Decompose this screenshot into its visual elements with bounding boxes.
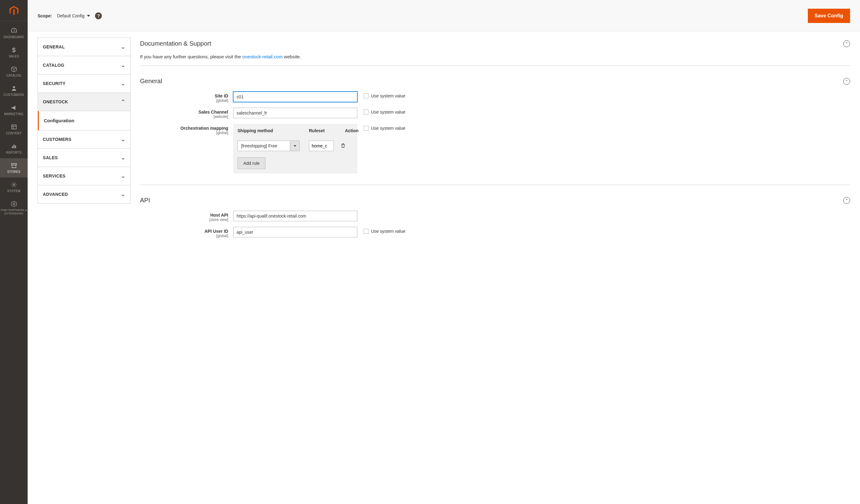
nav-dashboard[interactable]: DASHBOARD [0,24,28,43]
save-config-button[interactable]: Save Config [808,9,850,23]
nav-label: DASHBOARD [1,35,27,39]
select-dropdown-button[interactable] [290,141,299,151]
nav-label: CUSTOMERS [1,93,27,97]
tab-catalog[interactable]: CATALOG ⌄ [38,56,130,74]
section-title: API [140,197,150,204]
checkbox-label[interactable]: Use system value [371,229,405,234]
svg-rect-5 [13,145,14,148]
nav-customers[interactable]: CUSTOMERS [0,81,28,101]
nav-partners[interactable]: FIND PARTNERS & EXTENSIONS [0,197,28,219]
field-scope: [website] [140,115,228,119]
config-tabs: GENERAL ⌄ CATALOG ⌄ SECURITY ⌄ ONESTOCK … [38,38,131,204]
orchestration-row: [freeshipping] Free [238,141,353,151]
nav-marketing[interactable]: MARKETING [0,101,28,120]
field-scope: [store view] [140,218,228,222]
collapse-toggle-icon[interactable]: ⌃ [843,40,850,47]
chevron-down-icon: ⌄ [121,191,126,198]
chevron-down-icon: ⌄ [121,62,126,69]
field-label: Host API [140,213,228,218]
scope-value: Default Config [57,13,85,18]
section-heading-general[interactable]: General ⌃ [140,75,850,87]
use-system-value-checkbox[interactable] [363,110,369,115]
tab-label: CATALOG [43,63,64,68]
field-label: Site ID [140,93,228,98]
tab-customers[interactable]: CUSTOMERS ⌄ [38,130,130,149]
field-label: Sales Channel [140,110,228,115]
nav-stores[interactable]: STORES [0,158,28,177]
section-heading-doc-support[interactable]: Documentation & Support ⌃ [140,38,850,50]
chevron-down-icon: ⌄ [121,154,126,161]
caret-down-icon [87,15,90,17]
svg-rect-6 [15,146,16,148]
page-header: Scope: Default Config ? Save Config [28,0,860,31]
nav-label: CONTENT [1,132,27,135]
col-header: Ruleset [309,128,340,133]
nav-system[interactable]: SYSTEM [0,177,28,197]
chevron-up-icon: ⌃ [121,98,126,105]
chevron-down-icon: ⌄ [121,136,126,143]
field-scope: [global] [140,131,228,135]
tab-services[interactable]: SERVICES ⌄ [38,167,130,185]
nav-content[interactable]: CONTENT [0,120,28,139]
add-rule-button[interactable]: Add rule [238,157,266,169]
nav-label: CATALOG [1,74,27,77]
host-api-input[interactable] [233,211,357,221]
tab-onestock-configuration[interactable]: Configuration [38,111,130,130]
onestock-link[interactable]: onestock-retail.com [242,54,283,59]
magento-logo[interactable] [0,0,28,21]
nav-catalog[interactable]: CATALOG [0,62,28,81]
delete-row-button[interactable] [341,143,346,149]
section-title: Documentation & Support [140,40,211,47]
ruleset-input[interactable] [309,141,334,151]
field-scope: [global] [140,234,228,238]
select-value: [freeshipping] Free [238,141,290,151]
site-id-input[interactable] [233,91,357,102]
tab-advanced[interactable]: ADVANCED ⌄ [38,185,130,203]
section-title: General [140,77,162,85]
nav-label: FIND PARTNERS & EXTENSIONS [1,208,27,215]
field-label: API User ID [140,229,228,234]
chevron-down-icon: ⌄ [121,43,126,50]
tab-onestock[interactable]: ONESTOCK ⌃ [38,93,130,111]
use-system-value-checkbox[interactable] [363,229,369,234]
collapse-toggle-icon[interactable]: ⌃ [843,197,850,204]
field-label: Orchestration mapping [140,126,228,131]
sales-channel-input[interactable] [233,108,357,118]
help-icon[interactable]: ? [95,12,102,19]
nav-label: REPORTS [1,151,27,155]
use-system-value-checkbox[interactable] [363,126,369,131]
config-panel: Documentation & Support ⌃ If you have an… [140,38,850,244]
support-text: If you have any further questions, pleas… [140,54,850,59]
tab-label: SALES [43,155,58,160]
orchestration-table: Shipping method Ruleset Action [freeship… [233,124,357,173]
col-header: Shipping method [238,128,300,133]
caret-down-icon [294,145,296,147]
scope-label: Scope: [38,13,52,18]
checkbox-label[interactable]: Use system value [371,110,405,115]
nav-label: SALES [1,55,27,58]
shipping-method-select[interactable]: [freeshipping] Free [238,141,300,151]
tab-label: SERVICES [43,173,66,178]
nav-label: MARKETING [1,112,27,116]
tab-label: SECURITY [43,81,66,86]
collapse-toggle-icon[interactable]: ⌃ [843,78,850,85]
checkbox-label[interactable]: Use system value [371,93,405,98]
checkbox-label[interactable]: Use system value [371,126,405,131]
api-user-id-input[interactable] [233,227,357,237]
tab-security[interactable]: SECURITY ⌄ [38,74,130,93]
scope-selector[interactable]: Default Config [57,13,90,18]
nav-sales[interactable]: $ SALES [0,43,28,62]
nav-reports[interactable]: REPORTS [0,139,28,158]
section-heading-api[interactable]: API ⌃ [140,194,850,206]
text: website. [283,54,301,59]
tab-sales[interactable]: SALES ⌄ [38,149,130,167]
use-system-value-checkbox[interactable] [363,93,369,98]
chevron-down-icon: ⌄ [121,173,126,179]
svg-rect-1 [12,125,16,129]
tab-label: ADVANCED [43,192,68,197]
admin-sidebar: DASHBOARD $ SALES CATALOG CUSTOMERS MARK… [0,0,28,504]
svg-point-7 [13,184,15,186]
tab-label: ONESTOCK [43,99,68,104]
tab-general[interactable]: GENERAL ⌄ [38,38,130,56]
text: If you have any further questions, pleas… [140,54,242,59]
